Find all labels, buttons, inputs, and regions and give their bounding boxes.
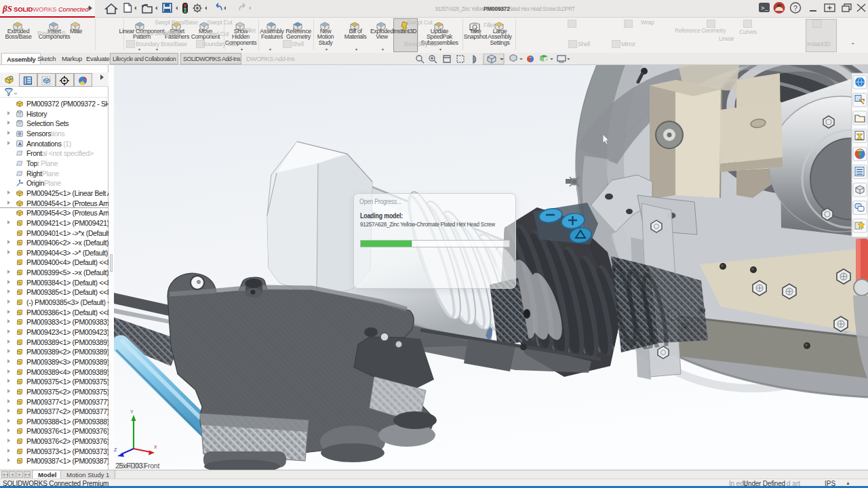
svg-text:25xFD03: 25xFD03 — [117, 462, 146, 470]
svg-text:Y: Y — [130, 409, 134, 414]
svg-text:Front: Front — [144, 462, 159, 470]
svg-text:?: ? — [793, 4, 797, 12]
svg-text:>_: >_ — [761, 5, 768, 12]
svg-text:Z: Z — [114, 447, 117, 452]
svg-text:X: X — [154, 445, 157, 449]
svg-text:A: A — [18, 141, 22, 147]
